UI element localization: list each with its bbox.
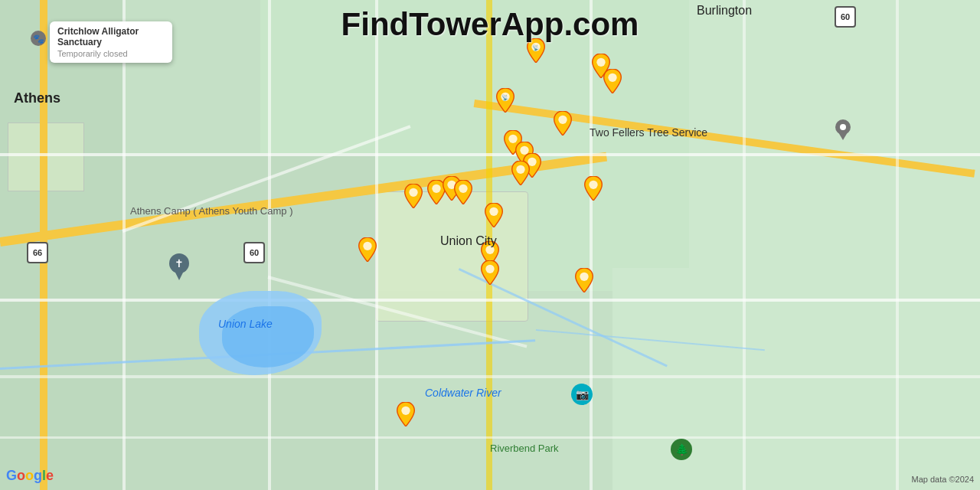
critchlow-name: Critchlow Alligator Sanctuary (57, 26, 165, 47)
route-60-shield-top: 60 (835, 6, 856, 28)
ew-road-2 (0, 299, 980, 302)
tower-marker-5[interactable] (553, 111, 573, 136)
tower-marker-13[interactable] (453, 180, 473, 204)
camera-marker[interactable]: 📷 (570, 383, 593, 409)
tree-marker[interactable]: 🌲 (670, 438, 693, 464)
svg-point-22 (516, 165, 524, 174)
critchlow-infobox: Critchlow Alligator Sanctuary Temporaril… (50, 21, 172, 63)
tower-marker-9[interactable] (511, 161, 531, 185)
map-container: FindTowerApp.com Athens Critchlow Alliga… (0, 0, 980, 490)
ew-road-3 (0, 375, 980, 378)
svg-point-28 (489, 207, 498, 216)
svg-point-17 (608, 74, 616, 82)
map-attribution: Map data ©2024 (912, 475, 975, 484)
two-fellers-pin[interactable] (835, 119, 851, 143)
tower-marker-15[interactable] (484, 203, 504, 227)
svg-marker-7 (175, 271, 184, 280)
urban-area-union-city (375, 191, 528, 322)
svg-point-26 (459, 185, 467, 193)
tower-marker-4[interactable] (603, 69, 622, 93)
svg-text:📡: 📡 (533, 44, 541, 51)
route-66-shield: 66 (27, 242, 48, 263)
svg-marker-3 (838, 132, 848, 140)
paw-icon: 🐾 (29, 29, 47, 51)
tower-marker-2[interactable]: 📡 (495, 88, 515, 113)
svg-point-32 (580, 273, 588, 281)
svg-text:🐾: 🐾 (33, 33, 44, 44)
google-logo: Google (6, 468, 54, 484)
svg-point-24 (432, 185, 440, 193)
svg-point-23 (409, 188, 417, 197)
svg-text:🌲: 🌲 (675, 443, 689, 456)
svg-text:✝: ✝ (175, 257, 184, 270)
svg-point-33 (401, 407, 410, 415)
ns-road-3 (268, 0, 271, 490)
svg-point-30 (485, 246, 494, 254)
tower-marker-10[interactable] (403, 184, 423, 208)
ns-road-6 (743, 0, 746, 490)
church-marker: ✝ (168, 253, 190, 283)
critchlow-status: Temporarily closed (57, 49, 165, 58)
svg-text:📷: 📷 (576, 388, 590, 401)
svg-point-31 (485, 265, 494, 273)
ew-road-4 (0, 436, 980, 439)
tower-marker-20[interactable] (396, 402, 416, 426)
svg-point-4 (840, 124, 846, 130)
tower-marker-14[interactable] (583, 176, 603, 201)
svg-point-27 (589, 181, 597, 189)
ew-road-1 (0, 153, 980, 156)
athens-label: Athens (14, 90, 60, 106)
ns-road-7 (896, 0, 899, 490)
ns-road-2 (122, 0, 126, 490)
tower-marker-19[interactable] (574, 268, 594, 292)
svg-point-16 (596, 58, 605, 67)
page-title: FindTowerApp.com (341, 6, 639, 43)
tower-marker-16[interactable] (358, 237, 377, 262)
tower-marker-18[interactable] (480, 260, 500, 285)
svg-text:📡: 📡 (502, 94, 510, 101)
route-60-shield-mid: 60 (243, 242, 265, 263)
svg-point-18 (558, 116, 567, 124)
svg-point-29 (363, 242, 371, 250)
